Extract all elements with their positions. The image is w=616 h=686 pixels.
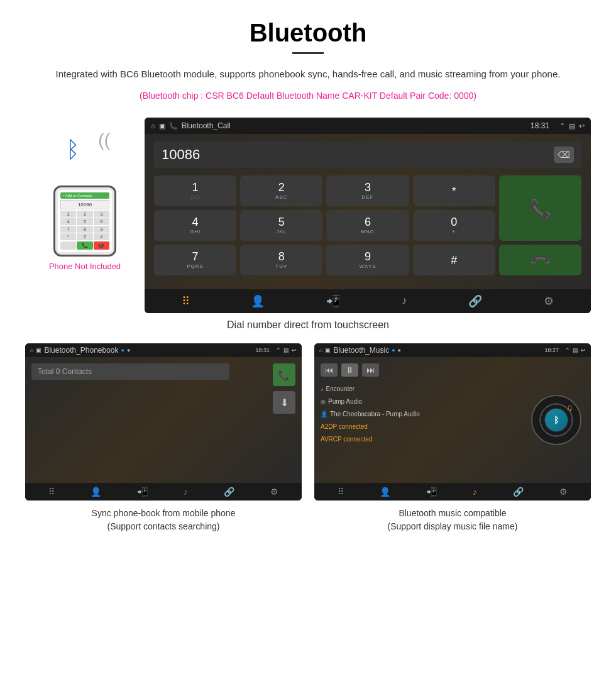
page-title: Bluetooth [25,19,591,47]
key-3[interactable]: 3 DEF [326,175,409,206]
specs-text: (Bluetooth chip : CSR BC6 Default Blueto… [25,88,591,104]
wifi-waves-icon: (( [98,130,110,150]
phonebook-item: ⌂ ▣ Bluetooth_Phonebook ● ● 18:31 ⌃ ▤ ↩ … [25,343,302,533]
nav-settings-icon[interactable]: ⚙ [544,294,554,308]
main-caption: Dial number direct from touchscreen [25,319,591,331]
pb-nav-settings[interactable]: ⚙ [270,487,278,497]
pb-menu-icon: ▤ [283,347,289,353]
next-button[interactable]: ⏭ [362,363,379,377]
key-2[interactable]: 2 ABC [240,175,322,206]
phonebook-bottom-nav: ⠿ 👤 📲 ♪ 🔗 ⚙ [25,483,302,501]
phonebook-download-button[interactable]: ⬇ [273,391,295,414]
main-section: ᛒ (( + Add to Contacts 10086 1 2 3 4 5 6… [25,118,591,313]
pb-dot-blue: ● [121,347,124,353]
ms-nav-contacts[interactable]: 👤 [380,487,390,497]
key-hash[interactable]: # [413,245,495,275]
ms-menu-icon: ▤ [573,347,578,353]
track-line-1: ♪ Encounter [321,383,523,396]
pb-home-icon: ⌂ [30,347,33,353]
phone-key-3: 3 [94,211,109,218]
pb-nav-keypad[interactable]: ⠿ [48,487,55,497]
nav-call-icon[interactable]: 📲 [326,294,340,308]
vinyl-center: ᛒ ♫ [545,409,568,431]
bluetooth-icon-area: ᛒ (( [60,130,110,174]
phone-keypad: 1 2 3 4 5 6 7 8 9 * 0 # [60,211,109,240]
backspace-button[interactable]: ⌫ [554,147,574,163]
dialer-input-row: 10086 ⌫ [154,141,581,168]
pb-title: Bluetooth_Phonebook [44,346,118,355]
pb-nav-link[interactable]: 🔗 [224,487,234,497]
key-8[interactable]: 8 TUV [240,245,322,275]
vinyl-disc: ᛒ ♫ [531,395,581,445]
nav-contacts-icon[interactable]: 👤 [251,294,265,308]
car-bottom-nav: ⠿ 👤 📲 ♪ 🔗 ⚙ [145,289,591,313]
phone-btn-end: 📵 [94,241,109,250]
pb-nav-music[interactable]: ♪ [184,487,188,497]
dialer-number: 10086 [162,147,554,163]
ms-nav-keypad[interactable]: ⠿ [338,487,344,497]
pb-nav-contacts[interactable]: 👤 [91,487,101,497]
screen-title: Bluetooth_Call [182,121,231,130]
track-line-2: ◎ Pump Audio [321,396,523,408]
ms-nav-settings[interactable]: ⚙ [559,487,568,497]
nav-keypad-icon[interactable]: ⠿ [182,294,190,308]
ms-nav-call[interactable]: 📲 [426,487,437,497]
key-0[interactable]: 0 + [413,210,495,241]
phone-key-1: 1 [60,211,76,218]
nav-music-icon[interactable]: ♪ [402,294,407,308]
ms-home-icon: ⌂ [319,347,322,353]
track-status-2: AVRCP connected [321,433,523,446]
pb-expand-icon: ⌃ [276,347,281,353]
phonebook-status-bar: ⌂ ▣ Bluetooth_Phonebook ● ● 18:31 ⌃ ▤ ↩ [25,343,302,357]
phone-key-0: 0 [77,233,92,240]
key-star[interactable]: * [413,175,495,206]
floating-note-icon: ♫ [566,402,573,412]
bottom-row: ⌂ ▣ Bluetooth_Phonebook ● ● 18:31 ⌃ ▤ ↩ … [25,343,591,533]
phonebook-call-button[interactable]: 📞 [273,363,295,386]
call-icon: 📞 [529,198,551,219]
ms-dot-grey: ● [398,347,401,353]
key-4[interactable]: 4 GHI [154,210,236,241]
pb-time: 18:31 [255,347,270,353]
track-line-3: 👤 The Cheebacabra - Pump Audio [321,408,523,421]
pb-screen-icon: ▣ [36,347,41,353]
pb-nav-call[interactable]: 📲 [137,487,148,497]
ms-expand-icon: ⌃ [565,347,570,353]
music-right: ᛒ ♫ [528,363,585,477]
key-7[interactable]: 7 PQRS [154,245,236,275]
ms-nav-music[interactable]: ♪ [473,487,477,497]
end-call-button[interactable]: 📞 [499,245,581,275]
call-button-main[interactable]: 📞 [499,175,581,241]
key-5[interactable]: 5 JKL [240,210,322,241]
music-status-bar: ⌂ ▣ Bluetooth_Music ● ● 18:27 ⌃ ▤ ↩ [314,343,591,357]
vinyl-bluetooth-icon: ᛒ [554,415,559,425]
dialer-area: 10086 ⌫ 1 ◌◌ 2 ABC 3 DEF [145,134,591,289]
track-info: ♪ Encounter ◎ Pump Audio 👤 The Cheebacab… [321,383,523,446]
title-divider [292,52,324,54]
music-caption: Bluetooth music compatible (Support disp… [314,507,591,533]
prev-button[interactable]: ⏮ [321,363,338,377]
car-screen-call: ⌂ ▣ 📞 Bluetooth_Call 18:31 ⌃ ▤ ↩ 10086 ⌫ [145,118,591,313]
contacts-input[interactable]: Total 0 Contacts [31,363,229,380]
nav-link-icon[interactable]: 🔗 [468,294,482,308]
end-call-icon: 📞 [529,248,552,272]
phone-screen: + Add to Contacts 10086 1 2 3 4 5 6 7 8 … [58,190,112,252]
phone-key-5: 5 [77,218,92,225]
play-pause-button[interactable]: ⏸ [341,363,358,377]
ms-screen-icon: ▣ [325,347,331,353]
ms-time: 18:27 [544,347,559,353]
phone-key-7: 7 [60,226,76,233]
ms-back-icon: ↩ [581,347,586,353]
note-icon: ♪ [321,384,324,395]
phone-key-star: * [60,233,76,240]
key-1[interactable]: 1 ◌◌ [154,175,236,206]
description-text: Integrated with BC6 Bluetooth module, su… [25,67,591,82]
phonebook-screen: ⌂ ▣ Bluetooth_Phonebook ● ● 18:31 ⌃ ▤ ↩ … [25,343,302,501]
key-9[interactable]: 9 WXYZ [326,245,409,275]
phone-key-4: 4 [60,218,76,225]
phone-not-included-label: Phone Not Included [49,262,121,271]
key-6[interactable]: 6 MNO [326,210,409,241]
music-controls: ⏮ ⏸ ⏭ [321,363,523,377]
ms-nav-link[interactable]: 🔗 [513,487,524,497]
music-item: ⌂ ▣ Bluetooth_Music ● ● 18:27 ⌃ ▤ ↩ ⏮ ⏸ [314,343,591,533]
